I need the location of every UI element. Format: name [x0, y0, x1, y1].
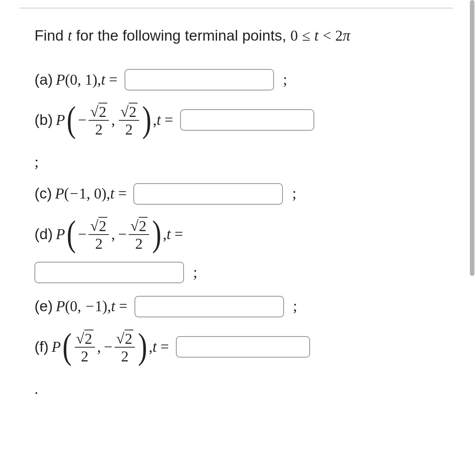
fraction-bar	[89, 234, 109, 235]
answer-input-a[interactable]	[125, 69, 274, 90]
close-paren: )	[102, 295, 107, 318]
close-paren: )	[102, 182, 107, 205]
y-val: 1	[85, 69, 93, 91]
semi-e: ;	[293, 295, 297, 318]
sqrt-icon: √2	[90, 103, 107, 119]
fraction-bar	[89, 120, 109, 121]
x-val: 0	[70, 69, 78, 91]
item-c-tag: (c)	[34, 182, 52, 205]
item-d: (d) P ( − √2 2 , − √2 2	[34, 217, 449, 252]
question-prompt: Find t for the following terminal points…	[34, 25, 449, 47]
range-t: t	[314, 27, 318, 44]
item-f: (f) P ( √2 2 , − √2 2	[34, 329, 449, 365]
fraction-bar	[115, 347, 135, 348]
equals: =	[165, 109, 173, 131]
radicand: 2	[98, 103, 108, 119]
item-e-tag: (e)	[34, 295, 53, 318]
sqrt-icon: √2	[116, 330, 133, 346]
minus-sign: −	[78, 109, 86, 131]
fraction-bar	[119, 120, 139, 121]
big-open-paren: (	[66, 217, 76, 250]
item-e-point: P(0, −1), t=	[56, 295, 131, 318]
items: (a) P(0, 1), t= ; (b) P ( − √2 2	[34, 69, 449, 400]
denominator: 2	[94, 236, 104, 252]
semi-b: ;	[34, 151, 449, 174]
P-letter: P	[56, 223, 65, 246]
radicand: 2	[129, 103, 138, 119]
equals: =	[109, 69, 118, 91]
close-paren: )	[92, 69, 97, 91]
denominator: 2	[120, 348, 130, 365]
item-c-point: P(−1, 0), t=	[55, 182, 130, 205]
equals: =	[175, 223, 183, 246]
t-var: t	[157, 109, 161, 131]
trailing-comma: ,	[163, 223, 167, 246]
sqrt-icon: √2	[120, 103, 138, 119]
range-pi: π	[343, 27, 350, 44]
sqrt-icon: √2	[90, 217, 107, 233]
P-letter: P	[52, 336, 61, 358]
semi-d: ;	[193, 261, 197, 284]
range-lt: <	[323, 27, 331, 44]
y-val: 1	[95, 295, 103, 318]
P-letter: P	[55, 182, 64, 205]
question-content: Find t for the following terminal points…	[34, 25, 449, 400]
minus-sign: −	[118, 223, 126, 246]
range-two: 2	[335, 27, 343, 44]
denominator: 2	[79, 348, 90, 365]
P-letter: P	[56, 69, 65, 91]
answer-input-e[interactable]	[135, 296, 284, 317]
P-letter: P	[56, 295, 65, 318]
trailing-comma: ,	[153, 109, 157, 131]
item-d-tag: (d)	[34, 223, 53, 246]
scrollbar-track[interactable]	[469, 0, 476, 476]
minus-sign: −	[70, 182, 78, 205]
coord-comma: ,	[77, 69, 81, 91]
denominator: 2	[124, 121, 135, 138]
radical-symbol: √	[76, 331, 84, 346]
item-d-point: P ( − √2 2 , − √2 2 )	[56, 217, 187, 252]
radicand: 2	[98, 217, 108, 233]
t-var: t	[153, 336, 157, 358]
open-paren: (	[64, 182, 69, 205]
answer-input-f[interactable]	[176, 336, 310, 358]
equals: =	[118, 182, 126, 205]
item-b: (b) P ( − √2 2 , √2 2	[34, 102, 449, 138]
prompt-var-t: t	[68, 27, 72, 44]
big-open-paren: (	[66, 103, 76, 136]
frac-f2: √2 2	[115, 329, 135, 365]
coord-comma: ,	[111, 223, 115, 246]
trailing-comma: ,	[97, 69, 101, 91]
semi-c: ;	[292, 182, 296, 205]
item-b-point: P ( − √2 2 , √2 2 ) , t=	[56, 102, 177, 138]
page: Find t for the following terminal points…	[0, 0, 476, 476]
item-f-point: P ( √2 2 , − √2 2 ) , t=	[52, 329, 173, 365]
item-a-tag: (a)	[34, 69, 53, 91]
equals: =	[119, 295, 128, 318]
item-c: (c) P(−1, 0), t= ;	[34, 182, 449, 205]
frac-b2: √2 2	[119, 102, 139, 138]
trailing-comma: ,	[107, 182, 110, 205]
answer-input-c[interactable]	[133, 183, 283, 205]
minus-sign: −	[78, 223, 86, 246]
big-close-paren: )	[142, 103, 151, 136]
radicand: 2	[125, 330, 134, 346]
denominator: 2	[94, 121, 104, 138]
fraction-bar	[75, 347, 95, 348]
scrollbar-thumb[interactable]	[470, 0, 474, 276]
sqrt-icon: √2	[76, 330, 94, 346]
equals: =	[161, 336, 169, 358]
answer-input-d[interactable]	[34, 262, 184, 283]
big-close-paren: )	[138, 330, 147, 363]
answer-input-b[interactable]	[180, 109, 314, 131]
coord-comma: ,	[97, 336, 101, 358]
radical-symbol: √	[90, 218, 98, 233]
sqrt-icon: √2	[130, 217, 148, 233]
open-paren: (	[65, 69, 70, 91]
radical-symbol: √	[130, 218, 138, 233]
t-var: t	[111, 295, 115, 318]
radicand: 2	[84, 330, 94, 346]
minus-sign: −	[86, 295, 94, 318]
prompt-lead: Find	[34, 27, 68, 44]
y-val: 0	[94, 182, 102, 205]
